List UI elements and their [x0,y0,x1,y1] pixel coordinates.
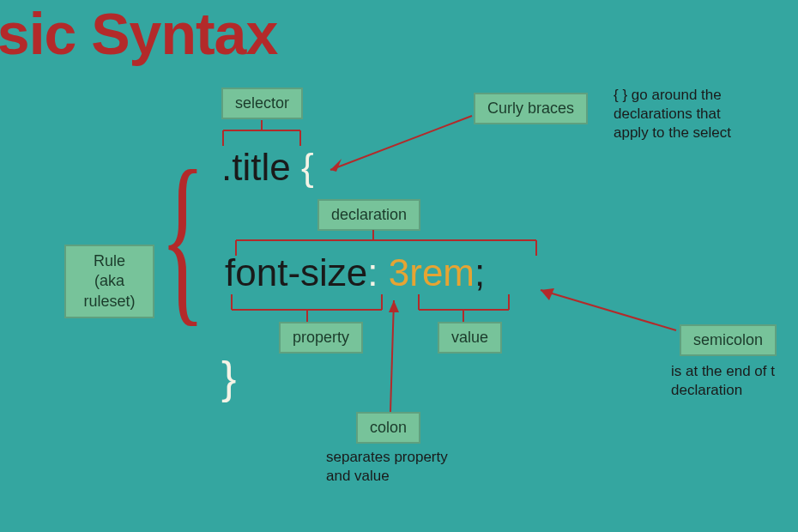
property-label: property [279,322,363,354]
colon-label: colon [356,412,420,444]
page-title: asic Syntax [0,0,277,67]
semicolon-arrow-icon [530,283,680,339]
svg-marker-3 [389,300,399,312]
svg-line-2 [390,300,394,412]
rule-brace-icon: { [160,129,205,346]
code-selector: .title [221,146,291,188]
curly-braces-note: { } go around the declarations that appl… [614,86,731,142]
value-bracket-icon [410,294,530,324]
code-colon: : [367,251,378,293]
code-declaration-line: font-size: 3rem; [225,251,485,294]
svg-line-0 [330,116,472,170]
selector-label: selector [221,88,303,119]
semicolon-note: is at the end of t declaration [671,362,775,400]
declaration-label: declaration [317,199,420,231]
colon-arrow-icon [382,292,416,416]
code-semicolon: ; [475,251,485,293]
code-close-brace: } [221,352,236,403]
value-label: value [438,322,502,354]
property-bracket-icon [223,294,395,324]
rule-label: Rule (aka ruleset) [64,245,154,318]
code-selector-line: .title { [221,146,314,189]
code-value: 3rem [389,251,475,293]
colon-note: separates property and value [326,448,448,486]
code-open-brace: { [301,146,314,188]
code-property: font-size [225,251,367,293]
svg-marker-1 [330,159,342,172]
svg-line-4 [541,290,676,330]
semicolon-label: semicolon [680,324,777,356]
curly-braces-label: Curly braces [474,93,588,124]
curly-braces-arrow-icon [317,112,481,180]
